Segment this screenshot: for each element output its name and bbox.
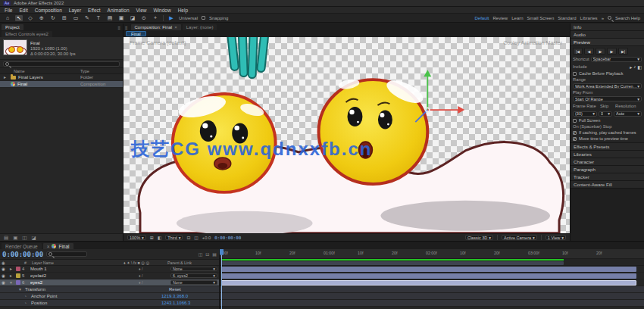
panel-header-paragraph[interactable]: Paragraph xyxy=(571,166,644,173)
zoom-tool-icon[interactable]: ⊕ xyxy=(38,15,45,21)
current-time-display[interactable]: 0:00:00:00 xyxy=(2,251,43,258)
rectangle-tool-icon[interactable]: ▭ xyxy=(72,15,80,21)
menu-edit[interactable]: Edit xyxy=(19,8,27,13)
label-color-swatch[interactable] xyxy=(16,273,20,278)
twirl-icon[interactable]: ► xyxy=(3,75,8,80)
first-frame-button[interactable]: |◀ xyxy=(573,48,583,55)
parent-dropdown[interactable]: None ▾ xyxy=(170,280,217,285)
frame-rate-dropdown[interactable]: (30) ▾ xyxy=(573,111,597,117)
full-screen-checkbox[interactable] xyxy=(573,119,577,123)
tab-project[interactable]: Project xyxy=(2,24,23,30)
snapping-checkbox[interactable] xyxy=(202,16,205,20)
roto-brush-tool-icon[interactable]: ⊙ xyxy=(140,15,148,21)
region-of-interest-icon[interactable]: ⊡ xyxy=(186,236,190,240)
tab-layer-none[interactable]: Layer: (none) xyxy=(183,24,217,30)
pen-tool-icon[interactable]: ✎ xyxy=(83,15,91,21)
new-composition-icon[interactable]: ◫ xyxy=(22,235,27,241)
selection-tool-icon[interactable]: ↖ xyxy=(15,15,23,21)
play-tool-icon[interactable]: ▶ xyxy=(167,15,175,21)
resolution-preview-dropdown[interactable]: Auto ▾ xyxy=(614,111,642,117)
tab-composition-final[interactable]: Composition: Final × xyxy=(131,24,181,30)
type-tool-icon[interactable]: T xyxy=(95,15,102,20)
layer-duration-bar-selected[interactable] xyxy=(221,280,636,286)
parent-dropdown[interactable]: 6. eyes2 ▾ xyxy=(170,273,217,278)
range-dropdown[interactable]: Work Area Extended By Current... ▾ xyxy=(573,83,642,89)
panel-header-character[interactable]: Character xyxy=(571,158,644,166)
work-area-bar[interactable] xyxy=(221,261,564,265)
current-time-indicator[interactable] xyxy=(221,249,222,309)
project-item-final[interactable]: Final Composition xyxy=(0,81,123,88)
clone-stamp-tool-icon[interactable]: ▣ xyxy=(117,15,125,21)
parent-dropdown[interactable]: None ▾ xyxy=(170,267,217,271)
panel-header-info[interactable]: Info xyxy=(571,23,644,31)
visibility-toggle[interactable]: ◉ xyxy=(2,280,8,285)
property-track[interactable] xyxy=(220,293,644,300)
previous-frame-button[interactable]: ◀ xyxy=(584,48,594,55)
visibility-toggle[interactable]: ◉ xyxy=(2,273,8,278)
layer-name-header[interactable]: Layer Name xyxy=(32,261,123,265)
anchor-point-row[interactable]: ◔ Anchor Point 1219.3,368.0 xyxy=(0,293,219,300)
transform-label[interactable]: Transform xyxy=(25,287,45,292)
workspace-learn[interactable]: Learn xyxy=(511,16,523,20)
parent-link-header[interactable]: Parent & Link xyxy=(167,261,217,265)
skip-dropdown[interactable]: 0 ▾ xyxy=(599,111,612,117)
column-name[interactable]: Name xyxy=(3,69,80,73)
label-color-swatch[interactable] xyxy=(16,267,20,271)
eraser-tool-icon[interactable]: ◪ xyxy=(129,15,136,21)
include-video-icon[interactable]: ▸ xyxy=(630,64,632,70)
panel-header-libraries[interactable]: Libraries xyxy=(571,151,644,158)
comp-time-display[interactable]: 0:00:00:00 xyxy=(214,236,241,240)
layer-duration-bar[interactable] xyxy=(221,273,636,279)
menu-composition[interactable]: Composition xyxy=(35,8,62,13)
stopwatch-icon[interactable]: ◔ xyxy=(24,301,30,305)
puppet-pin-tool-icon[interactable]: + xyxy=(152,15,159,20)
tab-timeline-final[interactable]: × Final xyxy=(43,243,73,249)
comp-mini-tab[interactable]: Final xyxy=(126,31,146,36)
layer-switches[interactable]: ♦ / xyxy=(139,267,169,271)
menu-animation[interactable]: Animation xyxy=(108,8,130,13)
workspace-default[interactable]: Default xyxy=(475,16,489,20)
draft-3d-icon[interactable]: ⊡ xyxy=(205,251,209,257)
delete-icon[interactable]: ◪ xyxy=(31,235,36,241)
stopwatch-icon[interactable]: ◔ xyxy=(24,294,30,298)
view-layout-dropdown[interactable]: 1 View ▾ xyxy=(546,235,566,240)
timeline-search-input[interactable] xyxy=(46,251,87,257)
property-track[interactable] xyxy=(220,286,644,293)
panel-header-content-aware-fill[interactable]: Content-Aware Fill xyxy=(571,181,644,189)
workspace-overflow-icon[interactable]: » xyxy=(602,16,604,20)
brush-tool-icon[interactable]: ▤ xyxy=(106,15,114,21)
comp-name[interactable]: Final xyxy=(30,41,76,45)
twirl-icon[interactable]: ▼ xyxy=(18,287,23,292)
project-item-final-layers[interactable]: ► Final Layers Folder xyxy=(0,74,123,81)
move-time-checkbox[interactable]: ✓ xyxy=(573,137,577,141)
layer-track-selected[interactable] xyxy=(220,279,644,286)
play-from-dropdown[interactable]: Start Of Range ▾ xyxy=(573,96,642,101)
layer-track[interactable] xyxy=(220,266,644,273)
tab-effect-controls[interactable]: Effect Controls eyes2 xyxy=(2,31,52,37)
play-cached-frames-checkbox[interactable]: ✓ xyxy=(573,131,577,135)
rotation-tool-icon[interactable]: ↻ xyxy=(49,15,57,21)
close-icon[interactable]: × xyxy=(47,244,50,249)
menu-layer[interactable]: Layer xyxy=(69,8,81,13)
layer-switches[interactable]: ♦ / xyxy=(139,280,169,285)
home-tool-icon[interactable]: ⌂ xyxy=(4,15,11,20)
menu-effect[interactable]: Effect xyxy=(88,8,101,13)
layer-row-mouth[interactable]: ◉ ► 4 Mouth 1 ♦ / None ▾ xyxy=(0,266,219,273)
menu-help[interactable]: Help xyxy=(178,8,188,13)
universal-label[interactable]: Universal xyxy=(179,16,198,20)
workspace-standard[interactable]: Standard xyxy=(558,16,576,20)
include-audio-icon[interactable]: ♪ xyxy=(633,64,636,69)
item-name[interactable]: Final xyxy=(17,82,78,86)
transform-reset-link[interactable]: Reset xyxy=(169,287,217,292)
workspace-libraries[interactable]: Libraries xyxy=(580,16,598,20)
layer-track[interactable] xyxy=(220,273,644,279)
menu-window[interactable]: Window xyxy=(154,8,171,13)
time-ruler[interactable]: :00f 10f 20f 01:00f 10f 20f 02:00f 10f 2… xyxy=(220,249,644,259)
item-name[interactable]: Final Layers xyxy=(18,75,78,80)
layer-row-eyelad[interactable]: ◉ ► 5 eyelad2 ♦ / 6. eyes2 ▾ xyxy=(0,273,219,279)
new-folder-icon[interactable]: ▣ xyxy=(13,235,17,241)
switches-header[interactable]: ♦ ✦ \ fx ■ ◎ ◎ xyxy=(123,261,167,265)
comp-mini-flowchart-icon[interactable]: ◫ xyxy=(199,251,203,257)
include-overlays-icon[interactable]: ◧ xyxy=(637,64,642,70)
renderer-dropdown[interactable]: Classic 3D ▾ xyxy=(465,235,493,240)
